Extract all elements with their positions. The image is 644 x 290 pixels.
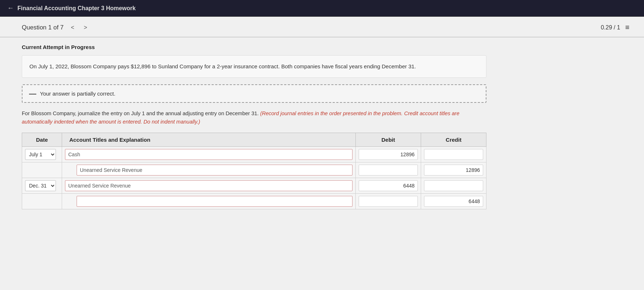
menu-icon[interactable]: ≡ xyxy=(625,23,629,32)
account-cell-3 xyxy=(62,178,356,194)
date-cell: July 1 xyxy=(22,147,62,162)
debit-cell-4 xyxy=(356,194,421,209)
debit-input-4[interactable] xyxy=(359,196,418,207)
debit-cell-1 xyxy=(356,147,421,162)
credit-cell-1 xyxy=(421,147,486,162)
credit-input-1[interactable] xyxy=(424,149,483,160)
date-cell-3: Dec. 31 xyxy=(22,178,62,194)
back-button[interactable]: ← xyxy=(7,4,14,12)
question-nav: Question 1 of 7 < > xyxy=(22,24,89,32)
top-bar: ← Financial Accounting Chapter 3 Homewor… xyxy=(0,0,644,17)
debit-input-2[interactable] xyxy=(359,165,418,176)
attempt-label: Current Attempt in Progress xyxy=(22,44,622,50)
account-input-4[interactable] xyxy=(77,196,352,207)
debit-cell-2 xyxy=(356,162,421,178)
credit-input-3[interactable] xyxy=(424,180,483,191)
date-dropdown-1[interactable]: July 1 xyxy=(25,149,56,160)
journal-table: Date Account Titles and Explanation Debi… xyxy=(22,133,486,209)
partial-correct-box: — Your answer is partially correct. xyxy=(22,84,486,103)
col-date: Date xyxy=(22,133,62,147)
debit-cell-3 xyxy=(356,178,421,194)
table-header-row: Date Account Titles and Explanation Debi… xyxy=(22,133,486,147)
credit-input-4[interactable] xyxy=(424,196,483,207)
col-account: Account Titles and Explanation xyxy=(62,133,356,147)
debit-input-1[interactable] xyxy=(359,149,418,160)
prev-question-button[interactable]: < xyxy=(69,24,76,32)
score-display: 0.29 / 1 xyxy=(601,24,620,31)
credit-cell-2 xyxy=(421,162,486,178)
instruction-text: For Blossom Company, journalize the entr… xyxy=(22,109,486,126)
content-area: Current Attempt in Progress On July 1, 2… xyxy=(0,37,644,217)
date-cell-2 xyxy=(22,162,62,178)
account-cell-1 xyxy=(62,147,356,162)
table-row xyxy=(22,194,486,209)
instruction-plain: For Blossom Company, journalize the entr… xyxy=(22,110,260,116)
partial-icon: — xyxy=(29,89,36,98)
col-credit: Credit xyxy=(421,133,486,147)
credit-cell-4 xyxy=(421,194,486,209)
main-content: Question 1 of 7 < > 0.29 / 1 ≡ Current A… xyxy=(0,17,644,290)
col-debit: Debit xyxy=(356,133,421,147)
question-label: Question 1 of 7 xyxy=(22,24,64,31)
score-menu: 0.29 / 1 ≡ xyxy=(601,23,629,32)
partial-correct-message: Your answer is partially correct. xyxy=(40,90,115,97)
question-header: Question 1 of 7 < > 0.29 / 1 ≡ xyxy=(0,17,644,37)
date-cell-4 xyxy=(22,194,62,209)
account-input-2[interactable] xyxy=(77,165,352,176)
date-dropdown-3[interactable]: Dec. 31 xyxy=(25,180,56,191)
next-question-button[interactable]: > xyxy=(82,24,89,32)
account-input-1[interactable] xyxy=(65,149,352,160)
account-input-3[interactable] xyxy=(65,180,352,191)
account-cell-4 xyxy=(62,194,356,209)
table-row: July 1 xyxy=(22,147,486,162)
debit-input-3[interactable] xyxy=(359,180,418,191)
table-row: Dec. 31 xyxy=(22,178,486,194)
account-cell-2 xyxy=(62,162,356,178)
table-row xyxy=(22,162,486,178)
problem-text: On July 1, 2022, Blossom Company pays $1… xyxy=(22,55,486,78)
credit-cell-3 xyxy=(421,178,486,194)
credit-input-2[interactable] xyxy=(424,165,483,176)
app-title: Financial Accounting Chapter 3 Homework xyxy=(17,5,136,12)
